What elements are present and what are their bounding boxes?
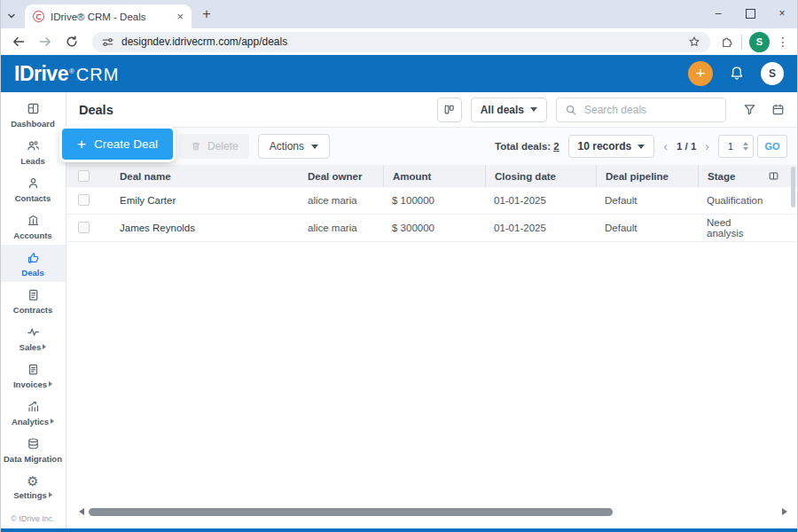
search-box[interactable] — [556, 98, 726, 122]
create-deal-label: Create Deal — [94, 137, 158, 151]
page-indicator: 1 / 1 — [677, 141, 696, 152]
sidebar-item-dashboard[interactable]: Dashboard — [0, 96, 66, 133]
sidebar-item-settings[interactable]: ⚙ Settings — [0, 468, 66, 505]
address-bar[interactable]: designdev.idrivecrm.com/app/deals — [92, 32, 710, 52]
sidebar-item-data-migration[interactable]: Data Migration — [0, 431, 66, 468]
accounts-icon — [26, 213, 41, 228]
number-stepper[interactable] — [742, 142, 753, 151]
sidebar-item-label: Leads — [20, 156, 44, 166]
sidebar-item-contracts[interactable]: Contracts — [0, 282, 66, 319]
vertical-scrollbar-thumb[interactable] — [791, 167, 795, 207]
window-controls: – × — [702, 0, 798, 27]
maximize-button[interactable] — [734, 0, 766, 27]
sidebar-item-invoices[interactable]: Invoices — [0, 356, 66, 394]
create-deal-button[interactable]: + Create Deal — [62, 129, 173, 160]
table-row[interactable]: Emily Carter alice maria $ 100000 01-01-… — [66, 187, 798, 215]
deals-view-selector[interactable]: All deals — [471, 98, 547, 122]
sidebar-item-deals[interactable]: Deals — [0, 245, 66, 282]
search-input[interactable] — [583, 103, 717, 117]
page-jump-control: GO — [718, 135, 787, 158]
browser-tab[interactable]: IDrive® CRM - Deals × — [25, 4, 192, 28]
cell-deal-name[interactable]: James Reynolds — [108, 223, 296, 233]
column-header-deal-owner[interactable]: Deal owner — [296, 165, 383, 187]
sidebar-item-label: Invoices — [13, 379, 52, 389]
cell-stage: Need analysis — [698, 217, 767, 239]
tab-close-icon[interactable]: × — [176, 11, 184, 22]
url-text: designdev.idrivecrm.com/app/deals — [121, 35, 680, 48]
column-header-deal-pipeline[interactable]: Deal pipeline — [596, 165, 698, 187]
sidebar-item-label: Dashboard — [11, 119, 55, 129]
cell-deal-owner: alice maria — [296, 223, 383, 233]
previous-page-icon[interactable]: ‹ — [663, 140, 668, 153]
forward-button[interactable] — [34, 30, 57, 53]
settings-gear-icon: ⚙ — [27, 474, 38, 488]
calendar-icon[interactable] — [771, 102, 786, 117]
user-avatar[interactable]: S — [761, 62, 784, 85]
dashboard-icon — [26, 101, 41, 116]
delete-label: Delete — [207, 140, 239, 153]
reload-button[interactable] — [60, 30, 83, 53]
filter-funnel-icon[interactable] — [742, 102, 757, 117]
new-tab-button[interactable]: + — [195, 3, 218, 26]
sidebar-item-sales[interactable]: Sales — [0, 319, 66, 356]
sidebar-item-leads[interactable]: Leads — [0, 133, 66, 170]
sidebar-item-analytics[interactable]: Analytics — [0, 394, 66, 431]
close-button[interactable]: × — [766, 0, 798, 27]
page-header: Deals All deals — [66, 92, 798, 128]
caret-down-icon — [530, 107, 537, 112]
browser-menu-icon[interactable]: ⋮ — [777, 35, 789, 48]
toolbar-divider — [741, 35, 742, 49]
delete-button[interactable]: Delete — [179, 134, 249, 159]
bookmark-star-icon[interactable] — [687, 35, 701, 49]
tab-search-button[interactable] — [0, 4, 23, 27]
extensions-icon[interactable] — [719, 35, 734, 50]
caret-down-icon — [638, 145, 645, 149]
sidebar-item-label: Accounts — [13, 231, 51, 240]
actions-button[interactable]: Actions — [258, 134, 330, 159]
cell-deal-name[interactable]: Emily Carter — [108, 195, 296, 206]
deals-thumbs-up-icon — [26, 250, 41, 265]
row-checkbox[interactable] — [78, 194, 90, 206]
analytics-icon — [26, 399, 41, 414]
header-icons — [742, 102, 786, 117]
notifications-bell-icon[interactable] — [728, 65, 746, 82]
column-header-stage[interactable]: Stage — [698, 165, 767, 187]
cell-closing-date: 01-01-2025 — [485, 195, 596, 206]
cell-deal-pipeline: Default — [596, 195, 698, 206]
quick-add-button[interactable]: + — [688, 61, 713, 86]
next-page-icon[interactable]: › — [705, 140, 709, 153]
column-header-deal-name[interactable]: Deal name — [108, 165, 296, 187]
sidebar-item-label: Sales — [20, 342, 47, 352]
browser-toolbar: designdev.idrivecrm.com/app/deals S ⋮ — [0, 28, 798, 55]
sidebar-item-contacts[interactable]: Contacts — [0, 170, 66, 207]
column-header-amount[interactable]: Amount — [383, 165, 485, 187]
select-all-checkbox[interactable] — [78, 170, 90, 182]
horizontal-scrollbar[interactable] — [79, 507, 787, 516]
table-row[interactable]: James Reynolds alice maria $ 300000 01-0… — [66, 215, 798, 242]
browser-profile-avatar[interactable]: S — [749, 32, 770, 52]
go-button[interactable]: GO — [757, 135, 787, 158]
scrollbar-thumb[interactable] — [89, 508, 613, 516]
records-per-page-selector[interactable]: 10 records — [568, 135, 655, 158]
sidebar-item-accounts[interactable]: Accounts — [0, 207, 66, 245]
kanban-view-button[interactable] — [437, 98, 462, 122]
column-settings-icon[interactable] — [767, 169, 780, 183]
sidebar-item-label: Contacts — [15, 193, 51, 203]
scroll-right-icon[interactable] — [782, 508, 787, 515]
tab-title: IDrive® CRM - Deals — [51, 12, 170, 22]
site-info-icon[interactable] — [101, 35, 114, 49]
app-header-right: + S — [688, 61, 784, 86]
minimize-button[interactable]: – — [702, 0, 734, 27]
bottom-accent-strip — [0, 528, 798, 532]
chevron-right-icon — [51, 419, 54, 424]
chevron-down-icon — [5, 10, 18, 22]
back-button[interactable] — [7, 30, 30, 53]
column-header-closing-date[interactable]: Closing date — [485, 165, 596, 187]
page-number-input[interactable] — [719, 140, 742, 153]
browser-toolbar-right: S ⋮ — [719, 32, 791, 52]
row-checkbox[interactable] — [78, 222, 90, 233]
scrollbar-track[interactable] — [89, 508, 778, 516]
sidebar: Dashboard Leads Contacts Accounts Deals … — [0, 92, 66, 528]
app-header: IDrive ® CRM + S — [0, 55, 798, 92]
scroll-left-icon[interactable] — [79, 508, 84, 515]
